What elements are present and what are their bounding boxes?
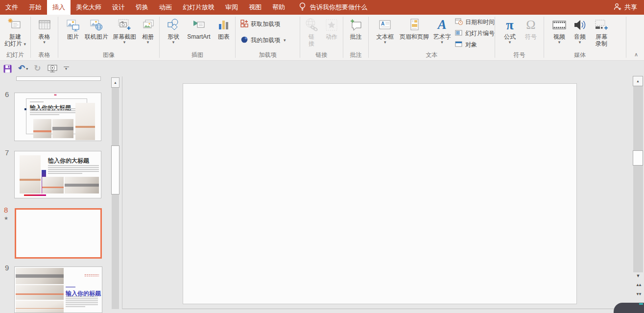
caption-line: [66, 287, 75, 288]
collapse-ribbon-button[interactable]: ∧: [631, 50, 642, 58]
wordart-button[interactable]: A 艺术字 ▾: [431, 15, 453, 52]
shapes-button[interactable]: 形状 ▾: [164, 15, 183, 52]
thumbnail-slide-9[interactable]: 输入你的标题: [14, 266, 102, 313]
tab-help[interactable]: 帮助: [267, 0, 290, 15]
table-button[interactable]: 表格 ▾: [37, 15, 52, 52]
equation-icon: π: [506, 16, 513, 33]
my-addins-icon: [240, 36, 248, 45]
quick-access-toolbar: ↶ ▾ ↻ ▾: [0, 61, 644, 76]
tab-slideshow[interactable]: 幻灯片放映: [177, 0, 220, 15]
body-line: [30, 108, 79, 109]
tab-beautify[interactable]: 美化大师: [71, 0, 107, 15]
canvas-scrollbar-track[interactable]: [633, 86, 643, 272]
dropdown-arrow-icon: ▾: [26, 67, 28, 71]
thumb-photo: [16, 301, 64, 313]
comment-button[interactable]: 批注: [345, 15, 367, 52]
body-line: [30, 114, 59, 115]
body-line: [66, 300, 98, 301]
photo-album-button[interactable]: 相册 ▾: [138, 15, 158, 52]
canvas-scrollbar-thumb[interactable]: [633, 150, 643, 166]
equation-button[interactable]: π 公式 ▾: [499, 15, 521, 52]
slide-editing-canvas[interactable]: [183, 83, 577, 304]
tab-view[interactable]: 视图: [243, 0, 267, 15]
slide-number-button[interactable]: 幻灯片编号: [455, 29, 495, 38]
thumbnail-slide-8-selected[interactable]: [15, 208, 102, 259]
audio-button[interactable]: 音频 ▾: [570, 15, 590, 52]
thumb-photo: [20, 155, 41, 193]
body-line: [48, 167, 99, 168]
save-button[interactable]: [3, 64, 12, 73]
link-icon: [304, 16, 319, 33]
lightbulb-icon: [298, 2, 307, 13]
table-icon: [37, 16, 52, 33]
screenshot-button[interactable]: 屏幕截图 ▾: [111, 15, 138, 52]
symbol-button: Ω 符号: [521, 15, 541, 52]
video-button[interactable]: 视频 ▾: [549, 15, 570, 52]
tab-home[interactable]: 开始: [24, 0, 47, 15]
my-addins-button[interactable]: 我的加载项 ▾: [240, 36, 300, 45]
dotted-decor: [84, 274, 99, 277]
slide-number-icon: [455, 29, 463, 38]
screen-record-button[interactable]: 屏幕 录制: [590, 15, 613, 52]
tell-me-box[interactable]: 告诉我你想要做什么: [298, 0, 367, 15]
picture-button[interactable]: 图片: [64, 15, 82, 52]
body-line: [48, 169, 99, 170]
slide-number: 6: [5, 90, 9, 98]
tab-design[interactable]: 设计: [107, 0, 130, 15]
online-picture-button[interactable]: 联机图片: [82, 15, 111, 52]
previous-slide-button[interactable]: ▲▲: [634, 283, 643, 287]
svg-text:A: A: [381, 21, 384, 26]
new-slide-icon: [8, 16, 23, 33]
thumbnail-scrollbar-up-button[interactable]: ▲: [111, 77, 119, 88]
tab-animations[interactable]: 动画: [154, 0, 177, 15]
thumb-photo: [16, 285, 64, 300]
tab-transitions[interactable]: 切换: [130, 0, 154, 15]
header-footer-button[interactable]: 页眉和页脚: [397, 15, 431, 52]
group-links: 链 接 动作 链接: [300, 15, 343, 60]
quote-icon: ❝: [54, 93, 57, 98]
tab-file[interactable]: 文件: [0, 0, 24, 15]
dropdown-arrow-icon: ▾: [441, 40, 443, 44]
smartart-icon: [192, 16, 206, 33]
body-line: [30, 112, 77, 113]
dropdown-arrow-icon: ▾: [284, 38, 286, 43]
customize-qat-button[interactable]: ▾: [64, 67, 69, 71]
group-symbols: π 公式 ▾ Ω 符号 符号: [495, 15, 544, 60]
assistant-widget[interactable]: [614, 303, 644, 313]
thumb-photo: [75, 103, 95, 140]
photo-album-icon: [141, 16, 155, 33]
scroll-up-icon: ▲: [636, 79, 640, 83]
picture-icon: [66, 16, 80, 33]
start-slideshow-button[interactable]: [47, 64, 58, 73]
tab-review[interactable]: 审阅: [220, 0, 243, 15]
textbox-button[interactable]: A 文本框 ▾: [373, 15, 397, 52]
redo-button[interactable]: ↻: [34, 65, 41, 72]
chart-button[interactable]: 图表: [215, 15, 233, 52]
next-slide-button[interactable]: ▼▼: [634, 292, 643, 296]
object-button[interactable]: 对象: [455, 40, 495, 49]
thumbnail-slide-7[interactable]: 输入你的大标题: [14, 151, 101, 198]
share-button[interactable]: 共享: [624, 3, 637, 12]
chart-icon: [217, 16, 231, 33]
link-button: 链 接: [302, 15, 321, 52]
thumb-photo: [42, 177, 64, 193]
action-button: 动作: [321, 15, 342, 52]
group-slides: 新建 幻灯片 ▾ 幻灯片: [0, 15, 30, 60]
thumbnail-slide-5-partial[interactable]: [16, 76, 101, 81]
smartart-button[interactable]: SmartArt: [183, 15, 215, 52]
new-slide-button[interactable]: 新建 幻灯片 ▾: [4, 15, 26, 52]
get-addins-button[interactable]: 获取加载项: [240, 20, 300, 28]
wordart-icon: A: [438, 16, 447, 33]
thumbnail-slide-6[interactable]: ❝ 输入你的大标题: [14, 93, 101, 141]
dropdown-arrow-icon: ▾: [123, 40, 126, 44]
tab-insert[interactable]: 插入: [47, 0, 71, 15]
header-footer-icon: [407, 16, 421, 33]
canvas-scrollbar-up-button[interactable]: ▲: [633, 76, 643, 86]
thumbnail-scrollbar-thumb[interactable]: [111, 145, 119, 194]
body-line: [66, 302, 98, 303]
undo-button[interactable]: ↶ ▾: [18, 65, 28, 72]
slide-number: 9: [5, 264, 9, 272]
date-time-button[interactable]: 日期和时间: [455, 18, 495, 26]
canvas-scrollbar-down-button[interactable]: ▼: [634, 274, 643, 278]
video-icon: [552, 16, 567, 33]
